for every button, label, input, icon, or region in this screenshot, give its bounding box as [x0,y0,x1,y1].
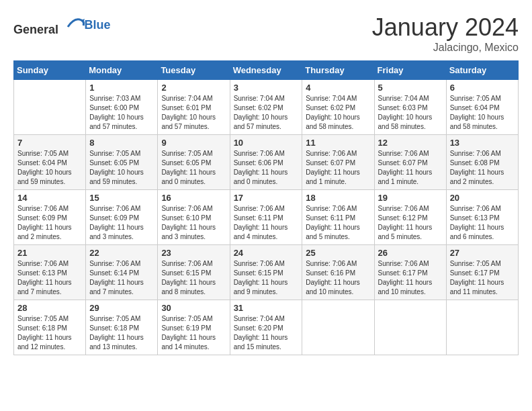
day-number: 29 [89,303,154,313]
day-info: Sunrise: 7:06 AM Sunset: 6:15 PM Dayligh… [234,259,299,297]
day-number: 13 [450,138,515,148]
day-number: 21 [17,248,82,258]
calendar-cell [14,80,86,135]
day-info: Sunrise: 7:06 AM Sunset: 6:13 PM Dayligh… [17,259,82,297]
day-number: 19 [378,193,443,203]
day-info: Sunrise: 7:04 AM Sunset: 6:02 PM Dayligh… [234,94,299,132]
day-info: Sunrise: 7:06 AM Sunset: 6:06 PM Dayligh… [234,149,299,187]
day-number: 17 [234,193,299,203]
day-info: Sunrise: 7:05 AM Sunset: 6:18 PM Dayligh… [17,314,82,352]
day-info: Sunrise: 7:06 AM Sunset: 6:08 PM Dayligh… [450,149,515,187]
day-number: 5 [378,83,443,93]
day-info: Sunrise: 7:04 AM Sunset: 6:01 PM Dayligh… [161,94,226,132]
logo-blue: Blue [85,18,111,32]
day-number: 27 [450,248,515,258]
calendar-cell: 22Sunrise: 7:06 AM Sunset: 6:14 PM Dayli… [86,245,158,300]
location-title: Jalacingo, Mexico [372,42,519,54]
calendar-cell: 26Sunrise: 7:06 AM Sunset: 6:17 PM Dayli… [374,245,446,300]
day-number: 22 [89,248,154,258]
calendar: SundayMondayTuesdayWednesdayThursdayFrid… [13,60,519,355]
day-number: 9 [161,138,226,148]
day-of-week-header: Thursday [302,61,374,80]
day-number: 10 [234,138,299,148]
day-of-week-header: Monday [86,61,158,80]
day-info: Sunrise: 7:03 AM Sunset: 6:00 PM Dayligh… [89,94,154,132]
calendar-cell: 14Sunrise: 7:06 AM Sunset: 6:09 PM Dayli… [14,190,86,245]
day-info: Sunrise: 7:05 AM Sunset: 6:18 PM Dayligh… [89,314,154,352]
logo-icon [64,13,85,34]
day-number: 28 [17,303,82,313]
calendar-week-row: 21Sunrise: 7:06 AM Sunset: 6:13 PM Dayli… [14,245,519,300]
day-number: 23 [161,248,226,258]
day-number: 12 [378,138,443,148]
calendar-cell: 30Sunrise: 7:05 AM Sunset: 6:19 PM Dayli… [158,300,230,355]
calendar-cell: 12Sunrise: 7:06 AM Sunset: 6:07 PM Dayli… [374,135,446,190]
day-info: Sunrise: 7:06 AM Sunset: 6:17 PM Dayligh… [378,259,443,297]
calendar-cell: 13Sunrise: 7:06 AM Sunset: 6:08 PM Dayli… [446,135,518,190]
day-number: 16 [161,193,226,203]
day-info: Sunrise: 7:04 AM Sunset: 6:02 PM Dayligh… [306,94,370,132]
day-info: Sunrise: 7:05 AM Sunset: 6:04 PM Dayligh… [17,149,82,187]
day-of-week-header: Tuesday [158,61,230,80]
calendar-cell: 6Sunrise: 7:05 AM Sunset: 6:04 PM Daylig… [446,80,518,135]
day-number: 14 [17,193,82,203]
calendar-cell: 20Sunrise: 7:06 AM Sunset: 6:13 PM Dayli… [446,190,518,245]
day-info: Sunrise: 7:04 AM Sunset: 6:03 PM Dayligh… [378,94,443,132]
day-number: 2 [161,83,226,93]
calendar-cell: 27Sunrise: 7:05 AM Sunset: 6:17 PM Dayli… [446,245,518,300]
day-info: Sunrise: 7:04 AM Sunset: 6:20 PM Dayligh… [234,314,299,352]
day-number: 31 [234,303,299,313]
day-info: Sunrise: 7:05 AM Sunset: 6:17 PM Dayligh… [450,259,515,297]
day-number: 20 [450,193,515,203]
day-of-week-header: Sunday [14,61,86,80]
day-info: Sunrise: 7:06 AM Sunset: 6:14 PM Dayligh… [89,259,154,297]
calendar-cell: 19Sunrise: 7:06 AM Sunset: 6:12 PM Dayli… [374,190,446,245]
day-info: Sunrise: 7:06 AM Sunset: 6:09 PM Dayligh… [89,204,154,242]
calendar-cell: 24Sunrise: 7:06 AM Sunset: 6:15 PM Dayli… [230,245,302,300]
calendar-cell: 29Sunrise: 7:05 AM Sunset: 6:18 PM Dayli… [86,300,158,355]
calendar-cell: 15Sunrise: 7:06 AM Sunset: 6:09 PM Dayli… [86,190,158,245]
day-info: Sunrise: 7:05 AM Sunset: 6:19 PM Dayligh… [161,314,226,352]
day-number: 24 [234,248,299,258]
logo: General Blue [13,13,111,37]
day-of-week-header: Saturday [446,61,518,80]
day-info: Sunrise: 7:06 AM Sunset: 6:13 PM Dayligh… [450,204,515,242]
calendar-week-row: 7Sunrise: 7:05 AM Sunset: 6:04 PM Daylig… [14,135,519,190]
calendar-cell: 5Sunrise: 7:04 AM Sunset: 6:03 PM Daylig… [374,80,446,135]
month-title: January 2024 [372,13,519,42]
calendar-cell [302,300,374,355]
day-info: Sunrise: 7:05 AM Sunset: 6:04 PM Dayligh… [450,94,515,132]
calendar-cell: 10Sunrise: 7:06 AM Sunset: 6:06 PM Dayli… [230,135,302,190]
calendar-cell: 1Sunrise: 7:03 AM Sunset: 6:00 PM Daylig… [86,80,158,135]
day-info: Sunrise: 7:06 AM Sunset: 6:07 PM Dayligh… [378,149,443,187]
day-info: Sunrise: 7:06 AM Sunset: 6:09 PM Dayligh… [17,204,82,242]
day-number: 18 [306,193,370,203]
calendar-cell: 21Sunrise: 7:06 AM Sunset: 6:13 PM Dayli… [14,245,86,300]
calendar-cell [446,300,518,355]
day-info: Sunrise: 7:06 AM Sunset: 6:07 PM Dayligh… [306,149,370,187]
calendar-cell: 25Sunrise: 7:06 AM Sunset: 6:16 PM Dayli… [302,245,374,300]
day-info: Sunrise: 7:06 AM Sunset: 6:11 PM Dayligh… [306,204,370,242]
day-of-week-header: Wednesday [230,61,302,80]
calendar-cell [374,300,446,355]
day-number: 30 [161,303,226,313]
day-number: 25 [306,248,370,258]
day-number: 26 [378,248,443,258]
calendar-cell: 2Sunrise: 7:04 AM Sunset: 6:01 PM Daylig… [158,80,230,135]
day-number: 4 [306,83,370,93]
calendar-cell: 18Sunrise: 7:06 AM Sunset: 6:11 PM Dayli… [302,190,374,245]
logo-general: General [13,23,58,36]
day-number: 15 [89,193,154,203]
day-number: 7 [17,138,82,148]
day-number: 1 [89,83,154,93]
calendar-cell: 8Sunrise: 7:05 AM Sunset: 6:05 PM Daylig… [86,135,158,190]
calendar-cell: 7Sunrise: 7:05 AM Sunset: 6:04 PM Daylig… [14,135,86,190]
day-info: Sunrise: 7:06 AM Sunset: 6:10 PM Dayligh… [161,204,226,242]
calendar-cell: 9Sunrise: 7:05 AM Sunset: 6:05 PM Daylig… [158,135,230,190]
calendar-body: 1Sunrise: 7:03 AM Sunset: 6:00 PM Daylig… [14,80,519,355]
day-info: Sunrise: 7:06 AM Sunset: 6:15 PM Dayligh… [161,259,226,297]
day-info: Sunrise: 7:06 AM Sunset: 6:16 PM Dayligh… [306,259,370,297]
day-info: Sunrise: 7:05 AM Sunset: 6:05 PM Dayligh… [161,149,226,187]
calendar-cell: 16Sunrise: 7:06 AM Sunset: 6:10 PM Dayli… [158,190,230,245]
calendar-week-row: 1Sunrise: 7:03 AM Sunset: 6:00 PM Daylig… [14,80,519,135]
